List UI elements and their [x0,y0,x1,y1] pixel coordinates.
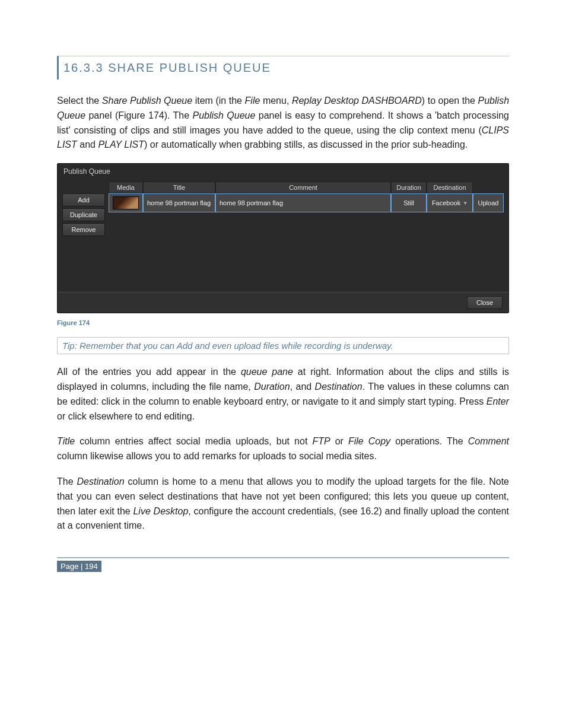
header-title: Title [143,182,215,193]
section-heading: 16.3.3 SHARE PUBLISH QUEUE [63,61,509,75]
close-button[interactable]: Close [467,296,503,309]
cell-title[interactable]: home 98 portman flag [143,193,215,212]
header-media: Media [109,182,143,193]
footer-rule [57,557,509,558]
add-button[interactable]: Add [62,193,105,206]
panel-title: Publish Queue [58,164,508,182]
cell-media[interactable] [109,193,143,212]
header-destination: Destination [427,182,473,193]
media-thumbnail [113,196,139,209]
header-duration: Duration [391,182,427,193]
paragraph-4: The Destination column is home to a menu… [57,475,509,533]
cell-duration[interactable]: Still [391,193,427,212]
remove-button[interactable]: Remove [62,223,105,236]
upload-button[interactable]: Upload [473,193,504,212]
table-row[interactable]: home 98 portman flag home 98 portman fla… [109,193,504,212]
panel-sidebar: Add Duplicate Remove [62,182,105,290]
dropdown-arrow-icon: ▼ [463,201,468,206]
table-header-row: Media Title Comment Duration Destination [109,182,504,193]
panel-footer: Close [58,292,508,313]
section-number: 16.3.3 [63,61,104,74]
paragraph-1: Select the Share Publish Queue item (in … [57,94,509,152]
publish-queue-panel: Publish Queue Add Duplicate Remove Media… [57,163,509,313]
queue-table: Media Title Comment Duration Destination… [109,182,504,290]
table-empty-area [109,212,504,290]
destination-value: Facebook [432,199,460,206]
paragraph-3: Title column entries affect social media… [57,434,509,464]
paragraph-2: All of the entries you add appear in the… [57,365,509,424]
cell-comment[interactable]: home 98 portman flag [215,193,391,212]
figure-caption: Figure 174 [57,319,509,326]
tip-box: Tip: Remember that you can Add and even … [57,337,509,354]
section-heading-box: 16.3.3 SHARE PUBLISH QUEUE [57,56,509,80]
section-title-text: SHARE PUBLISH QUEUE [108,61,271,74]
duplicate-button[interactable]: Duplicate [62,208,105,221]
page-number: Page | 194 [57,561,101,572]
header-upload-spacer [473,182,504,193]
header-comment: Comment [215,182,391,193]
cell-destination[interactable]: Facebook ▼ [427,193,473,212]
